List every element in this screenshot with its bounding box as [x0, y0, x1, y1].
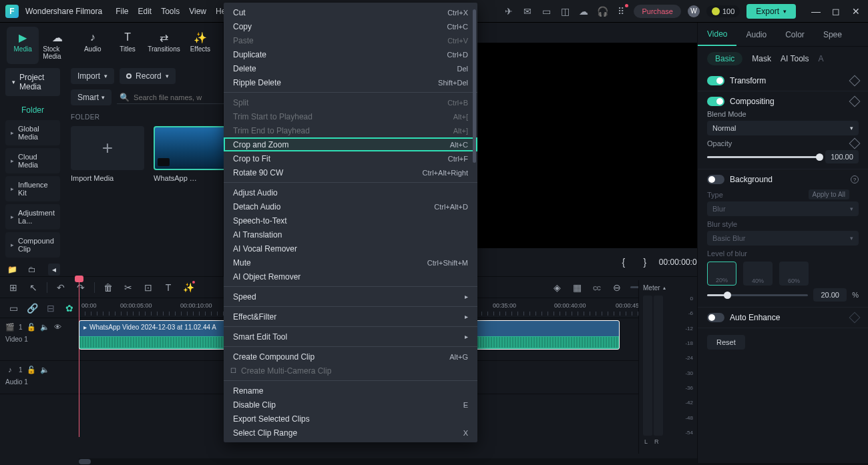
- props-tab-audio[interactable]: Audio: [736, 23, 776, 46]
- compositing-toggle[interactable]: [707, 97, 724, 106]
- sidebar-item-global[interactable]: ▸Global Media: [5, 120, 60, 145]
- context-menu-item[interactable]: Select Clip RangeX: [224, 426, 477, 440]
- project-media-button[interactable]: ▾Project Media: [5, 68, 60, 96]
- purchase-button[interactable]: Purchase: [634, 5, 680, 18]
- send-icon[interactable]: ✈: [503, 5, 515, 17]
- context-menu-item[interactable]: Speed: [224, 290, 477, 304]
- context-menu-item[interactable]: AI Object Remover: [224, 270, 477, 284]
- sidebar-item-adjustment[interactable]: ▸Adjustment La...: [5, 204, 60, 229]
- props-tab-color[interactable]: Color: [776, 23, 814, 46]
- timeline-scrollbar[interactable]: [79, 458, 697, 465]
- context-menu-item[interactable]: Rename: [224, 384, 477, 398]
- compositing-keyframe[interactable]: [849, 96, 861, 107]
- meter-label[interactable]: Meter▴: [643, 284, 693, 292]
- minimize-button[interactable]: —: [809, 5, 823, 18]
- delete-icon[interactable]: 🗑: [101, 281, 115, 294]
- menu-edit[interactable]: Edit: [138, 7, 152, 16]
- context-menu-item[interactable]: Ripple DeleteShift+Del: [224, 75, 477, 89]
- context-menu-item[interactable]: Speech-to-Text: [224, 213, 477, 227]
- mark-out-icon[interactable]: }: [638, 255, 652, 270]
- export-button[interactable]: Export▾: [746, 4, 796, 19]
- coin-balance[interactable]: 100: [706, 5, 740, 17]
- context-menu-item[interactable]: Detach AudioCtrl+Alt+D: [224, 199, 477, 213]
- import-button[interactable]: Import▾: [71, 68, 114, 84]
- auto-enhance-keyframe[interactable]: [849, 312, 861, 324]
- context-menu-item[interactable]: Crop to FitCtrl+F: [224, 151, 477, 165]
- module-tab-transitions[interactable]: ⇄Transitions: [146, 27, 182, 64]
- opacity-slider[interactable]: [707, 156, 820, 158]
- smart-button[interactable]: Smart▾: [71, 89, 112, 105]
- track-view-icon[interactable]: ▭: [7, 302, 20, 315]
- text-icon[interactable]: T: [162, 281, 175, 294]
- grid-icon[interactable]: ⊞: [7, 281, 20, 294]
- context-menu-item[interactable]: Crop and ZoomAlt+C: [224, 137, 477, 151]
- timeline-scroll-thumb[interactable]: [79, 459, 91, 464]
- sidebar-item-compound[interactable]: ▸Compound Clip: [5, 232, 60, 258]
- lock-icon[interactable]: 🔓: [27, 322, 36, 332]
- redo-button[interactable]: ↷: [74, 281, 87, 294]
- context-menu-item[interactable]: DuplicateCtrl+D: [224, 47, 477, 61]
- magnet-icon[interactable]: ⊟: [44, 302, 57, 315]
- info-icon[interactable]: ?: [851, 175, 859, 183]
- menu-tools[interactable]: Tools: [161, 7, 180, 16]
- context-menu-scroll-thumb[interactable]: [473, 9, 476, 163]
- layout-icon[interactable]: ◫: [559, 5, 571, 17]
- avatar[interactable]: W: [688, 5, 700, 17]
- subtab-a[interactable]: A: [818, 54, 823, 63]
- cloud-icon[interactable]: ☁: [578, 5, 590, 17]
- crop-icon[interactable]: ⊡: [142, 281, 155, 294]
- group-icon[interactable]: ▦: [570, 281, 584, 294]
- mark-in-icon[interactable]: {: [616, 255, 631, 270]
- blend-mode-select[interactable]: Normal▾: [707, 121, 859, 135]
- context-menu-item[interactable]: AI Vocal Remover: [224, 242, 477, 256]
- context-menu-item[interactable]: MuteCtrl+Shift+M: [224, 256, 477, 270]
- blur-level-value[interactable]: 20.00: [813, 288, 847, 302]
- blur-thumb[interactable]: 40%: [743, 262, 773, 286]
- context-menu-item[interactable]: Disable ClipE: [224, 398, 477, 412]
- effects-icon[interactable]: ✨: [182, 281, 195, 294]
- blur-thumb[interactable]: 60%: [779, 262, 809, 286]
- background-toggle[interactable]: [707, 175, 724, 184]
- module-tab-titles[interactable]: TTitles: [112, 27, 144, 64]
- search-input[interactable]: [134, 93, 226, 101]
- blur-thumb[interactable]: 20%: [707, 262, 736, 286]
- apps-icon[interactable]: ⠿: [615, 5, 627, 17]
- subtab-basic[interactable]: Basic: [707, 52, 742, 65]
- context-menu-item[interactable]: AI Translation: [224, 227, 477, 242]
- message-icon[interactable]: ✉: [521, 5, 533, 17]
- auto-ripple-icon[interactable]: ✿: [63, 302, 76, 315]
- search-field[interactable]: 🔍: [117, 91, 228, 104]
- transform-toggle[interactable]: [707, 76, 724, 85]
- module-tab-stock-media[interactable]: ☁Stock Media: [41, 27, 73, 64]
- menu-view[interactable]: View: [189, 7, 206, 16]
- cut-icon[interactable]: ✂: [122, 281, 135, 294]
- visibility-icon[interactable]: 👁: [53, 322, 63, 332]
- context-menu-item[interactable]: Adjust Audio: [224, 185, 477, 199]
- close-button[interactable]: ✕: [849, 5, 863, 18]
- screen-icon[interactable]: ▭: [540, 5, 552, 17]
- folder-tab[interactable]: Folder: [0, 100, 65, 120]
- subtab-ai-tools[interactable]: AI Tools: [781, 54, 809, 63]
- undo-button[interactable]: ↶: [54, 281, 67, 294]
- thumb-import[interactable]: +: [71, 126, 144, 170]
- context-menu-item[interactable]: Smart Edit Tool: [224, 330, 477, 344]
- context-menu-item[interactable]: Export Selected Clips: [224, 412, 477, 426]
- sidebar-item-influence[interactable]: ▸Influence Kit: [5, 176, 60, 201]
- link-icon[interactable]: 🔗: [25, 302, 39, 315]
- caption-icon[interactable]: ㏄: [590, 281, 604, 294]
- new-folder-icon[interactable]: 📁: [5, 263, 19, 276]
- mute-icon[interactable]: 🔈: [40, 322, 49, 332]
- context-menu-item[interactable]: CutCtrl+X: [224, 5, 477, 19]
- cursor-icon[interactable]: ↖: [27, 281, 40, 294]
- zoom-out-button[interactable]: ⊖: [610, 281, 624, 294]
- transform-keyframe[interactable]: [849, 75, 861, 87]
- new-bin-icon[interactable]: 🗀: [25, 263, 39, 276]
- props-tab-spee[interactable]: Spee: [814, 23, 851, 46]
- headphones-icon[interactable]: 🎧: [596, 5, 608, 17]
- auto-enhance-toggle[interactable]: [707, 313, 724, 322]
- context-menu-item[interactable]: CopyCtrl+C: [224, 19, 477, 33]
- reset-button[interactable]: Reset: [707, 335, 745, 350]
- module-tab-media[interactable]: ▶Media: [7, 27, 39, 64]
- mute-icon[interactable]: 🔈: [40, 365, 49, 374]
- apply-to-all-button[interactable]: Apply to All: [809, 189, 849, 199]
